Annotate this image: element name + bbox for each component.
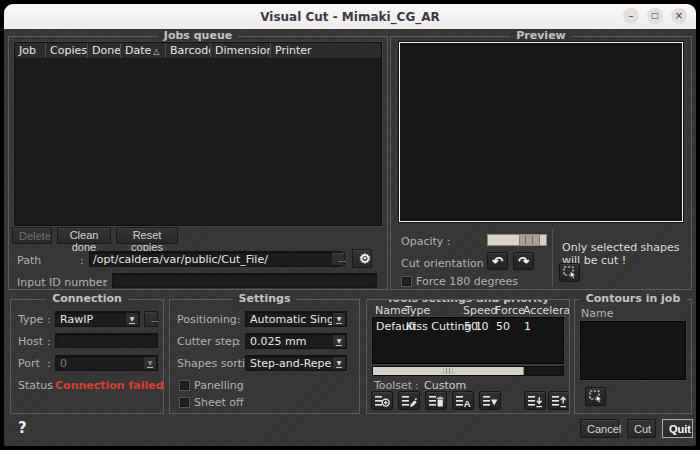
path-label: Path [17, 254, 41, 267]
save-toolset-button[interactable] [548, 391, 570, 410]
import-toolset-icon [527, 394, 543, 408]
path-browse-button[interactable]: ... [331, 252, 345, 266]
opacity-slider-handle[interactable] [519, 235, 540, 245]
connection-type-select[interactable]: RawIP ▼ [55, 311, 140, 327]
input-id-colon: : [104, 276, 108, 289]
tools-column-force[interactable]: Force [495, 304, 525, 317]
panelling-label: Panelling [194, 379, 244, 392]
preview-title: Preview [510, 29, 572, 42]
sort-ascending-icon: △ [153, 47, 159, 56]
remove-tool-icon [428, 394, 444, 408]
path-settings-button[interactable]: ⚙ [352, 249, 372, 268]
shapes-sorting-select[interactable]: Step-and-Repeat ▼ [245, 355, 347, 371]
tools-column-acceleration[interactable]: Acceleration [523, 304, 570, 317]
help-button[interactable]: ? [18, 419, 27, 437]
connection-type-browse-button[interactable]: ... [144, 311, 158, 327]
tool-speed-cell: 50.0 [464, 320, 489, 333]
column-header-dimensions[interactable]: Dimensions [211, 43, 271, 58]
port-spinner[interactable]: 0 ▼ [55, 355, 158, 371]
quit-button[interactable]: Quit [662, 419, 693, 438]
select-shapes-button[interactable] [559, 263, 580, 282]
tools-horizontal-scrollbar[interactable] [372, 366, 564, 376]
preview-divider [552, 229, 553, 287]
add-tool-button[interactable] [371, 391, 393, 410]
main-content: Jobs queue Job Copies Done Date△ Barcode… [4, 29, 696, 446]
column-header-barcode[interactable]: Barcode [166, 43, 211, 58]
force-180-label: Force 180 degrees [416, 275, 518, 288]
cutter-step-colon: : [237, 335, 241, 348]
cutter-step-select[interactable]: 0.025 mm ▼ [245, 333, 347, 349]
shapes-sorting-value: Step-and-Repeat [250, 357, 342, 370]
port-label: Port [18, 357, 40, 370]
cut-button[interactable]: Cut [627, 419, 656, 438]
export-toolset-icon [551, 394, 567, 408]
window-controls: – □ × [623, 8, 687, 24]
tools-table[interactable]: Default Kiss Cutting 1 50.0 50 1 [372, 317, 564, 364]
contours-name-header: Name [581, 307, 613, 320]
jobs-queue-title: Jobs queue [158, 29, 238, 42]
cutter-step-value: 0.025 mm [250, 335, 306, 348]
tools-column-name[interactable]: Name [375, 304, 407, 317]
cutter-step-label: Cutter step [177, 335, 239, 348]
scrollbar-thumb[interactable] [373, 367, 524, 375]
sort-tools-button[interactable]: A [452, 391, 474, 410]
path-input[interactable] [89, 251, 342, 267]
column-header-date[interactable]: Date△ [121, 43, 166, 58]
tools-column-type[interactable]: Type [405, 304, 430, 317]
rotate-cw-button[interactable]: ↷ [513, 252, 534, 270]
port-value: 0 [60, 357, 67, 370]
cut-orientation-label: Cut orientation : [401, 257, 491, 270]
connection-title: Connection [46, 292, 128, 305]
opacity-slider[interactable] [487, 234, 547, 246]
sheet-off-checkbox[interactable] [179, 397, 190, 408]
reset-copies-button[interactable]: Reset copies [116, 227, 178, 244]
tools-column-speed[interactable]: Speed [463, 304, 497, 317]
positioning-label: Positioning [177, 313, 237, 326]
chevron-down-icon: ▼ [332, 357, 345, 369]
contours-list[interactable] [580, 321, 686, 380]
jobs-table-body[interactable] [15, 58, 381, 225]
priority-order-button[interactable] [479, 391, 501, 410]
host-field[interactable] [55, 333, 158, 348]
window-titlebar[interactable]: Visual Cut - Mimaki_CG_AR – □ × [4, 4, 696, 30]
panelling-checkbox[interactable] [179, 380, 190, 391]
contours-title: Contours in job [580, 292, 687, 305]
remove-tool-button[interactable] [425, 391, 447, 410]
jobs-table-header: Job Copies Done Date△ Barcode Dimensions… [15, 43, 381, 59]
input-id-label: Input ID number [17, 276, 107, 289]
add-tool-icon [374, 394, 390, 408]
cancel-button[interactable]: Cancel [580, 419, 619, 438]
clean-done-button[interactable]: Clean done [57, 227, 111, 244]
positioning-colon: : [237, 313, 241, 326]
settings-title: Settings [233, 292, 297, 305]
settings-group: Settings Positioning : Automatic Single … [169, 299, 360, 414]
column-header-done[interactable]: Done [88, 43, 121, 58]
connection-type-label: Type [18, 313, 43, 326]
column-header-copies[interactable]: Copies [46, 43, 88, 58]
force-180-checkbox[interactable] [401, 276, 412, 287]
close-icon[interactable]: × [671, 8, 687, 24]
contours-group: Contours in job Name [574, 299, 692, 414]
select-contours-button[interactable] [585, 387, 606, 406]
preview-group: Preview Opacity : Cut orientation : ↶ ↷ … [390, 36, 692, 290]
preview-canvas[interactable] [399, 42, 683, 222]
minimize-icon[interactable]: – [623, 8, 639, 24]
positioning-select[interactable]: Automatic Single ▼ [245, 311, 347, 327]
column-header-printer[interactable]: Printer [271, 43, 381, 58]
column-header-job[interactable]: Job [15, 43, 46, 58]
opacity-label: Opacity : [401, 235, 451, 248]
delete-button[interactable]: Delete [12, 227, 52, 244]
load-toolset-button[interactable] [524, 391, 546, 410]
rotate-ccw-button[interactable]: ↶ [487, 252, 508, 270]
tools-group: Tools settings and priority Name Type Sp… [366, 299, 570, 414]
edit-tool-button[interactable] [398, 391, 420, 410]
tool-force-cell: 50 [496, 320, 510, 333]
jobs-table[interactable]: Job Copies Done Date△ Barcode Dimensions… [14, 42, 382, 226]
svg-text:A: A [464, 397, 471, 407]
chevron-down-icon: ▼ [125, 313, 138, 325]
chevron-down-icon: ▼ [332, 335, 345, 347]
maximize-icon[interactable]: □ [647, 8, 663, 24]
input-id-field[interactable] [112, 273, 377, 288]
status-colon: : [47, 379, 51, 392]
chevron-down-icon: ▼ [332, 313, 345, 325]
